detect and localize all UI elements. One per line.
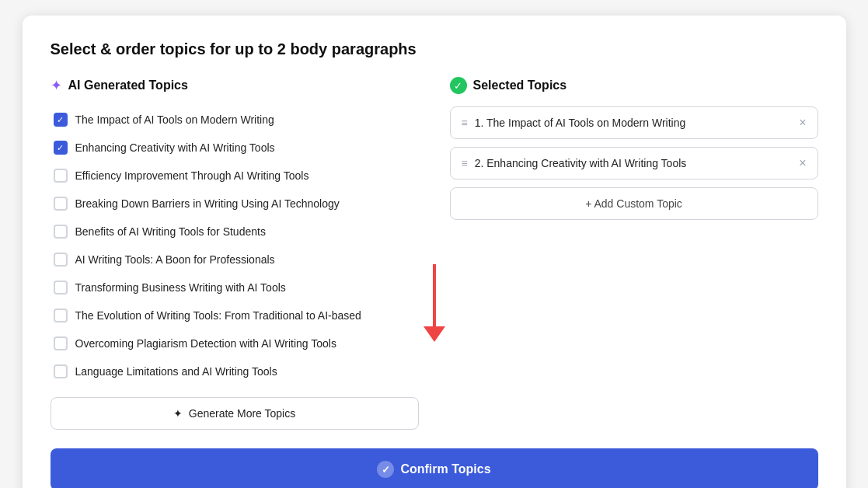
topic-checkbox[interactable] [54,308,68,322]
topic-item[interactable]: The Evolution of Writing Tools: From Tra… [51,302,419,329]
selected-list: ≡1. The Impact of AI Tools on Modern Wri… [450,106,818,180]
topic-text: Language Limitations and AI Writing Tool… [75,365,277,378]
topic-text: Transforming Business Writing with AI To… [75,281,286,294]
selected-item: ≡2. Enhancing Creativity with AI Writing… [450,147,818,180]
topic-text: Overcoming Plagiarism Detection with AI … [75,337,336,350]
topic-checkbox[interactable]: ✓ [54,113,68,127]
topic-text: The Impact of AI Tools on Modern Writing [75,113,274,126]
topic-checkbox[interactable] [54,281,68,295]
footer: ✓ Confirm Topics [51,448,818,488]
topic-item[interactable]: Transforming Business Writing with AI To… [51,274,419,301]
right-column: ✓ Selected Topics ≡1. The Impact of AI T… [450,77,818,430]
generate-more-button[interactable]: ✦ Generate More Topics [51,397,419,430]
selected-item: ≡1. The Impact of AI Tools on Modern Wri… [450,106,818,139]
selected-section-header: ✓ Selected Topics [450,77,818,94]
check-circle-icon: ✓ [450,77,467,94]
topic-item[interactable]: Efficiency Improvement Through AI Writin… [51,162,419,189]
confirm-topics-button[interactable]: ✓ Confirm Topics [51,448,818,488]
topic-checkbox[interactable] [54,364,68,378]
topic-item[interactable]: Breaking Down Barriers in Writing Using … [51,190,419,217]
confirm-label: Confirm Topics [400,462,490,476]
topic-checkbox[interactable] [54,197,68,211]
topic-checkbox[interactable] [54,225,68,239]
arrow-head [424,326,445,342]
topic-text: Benefits of AI Writing Tools for Student… [75,225,266,238]
generate-sparkle-icon: ✦ [173,407,183,420]
topic-checkbox[interactable] [54,169,68,183]
drag-handle-icon[interactable]: ≡ [462,157,467,169]
topic-text: Efficiency Improvement Through AI Writin… [75,169,309,182]
generate-more-label: Generate More Topics [189,407,295,420]
topic-text: The Evolution of Writing Tools: From Tra… [75,309,361,322]
remove-topic-button[interactable]: × [799,117,806,129]
arrow-line [433,264,436,326]
left-column: ✦ AI Generated Topics ✓The Impact of AI … [51,77,419,430]
topic-checkbox[interactable]: ✓ [54,141,68,155]
confirm-check-icon: ✓ [377,461,394,478]
topic-text: Enhancing Creativity with AI Writing Too… [75,141,275,154]
main-card: Select & order topics for up to 2 body p… [23,16,846,488]
ai-sparkle-icon: ✦ [51,77,62,94]
topic-text: AI Writing Tools: A Boon for Professiona… [75,253,275,266]
drag-handle-icon[interactable]: ≡ [462,117,467,129]
remove-topic-button[interactable]: × [799,157,806,169]
ai-section-header: ✦ AI Generated Topics [51,77,419,94]
arrow-indicator [424,264,445,342]
topic-list: ✓The Impact of AI Tools on Modern Writin… [51,106,419,385]
topic-item[interactable]: ✓Enhancing Creativity with AI Writing To… [51,134,419,161]
topic-checkbox[interactable] [54,336,68,350]
add-custom-topic-button[interactable]: + Add Custom Topic [450,187,818,220]
topic-text: Breaking Down Barriers in Writing Using … [75,197,340,210]
selected-section-title: Selected Topics [473,78,567,92]
selected-topic-text: 2. Enhancing Creativity with AI Writing … [475,157,791,169]
topic-item[interactable]: AI Writing Tools: A Boon for Professiona… [51,246,419,273]
topic-checkbox[interactable] [54,253,68,267]
page-title: Select & order topics for up to 2 body p… [51,40,818,58]
ai-section-title: AI Generated Topics [68,78,188,92]
topic-item[interactable]: Benefits of AI Writing Tools for Student… [51,218,419,245]
add-custom-label: + Add Custom Topic [585,197,682,210]
topic-item[interactable]: Language Limitations and AI Writing Tool… [51,358,419,385]
selected-topic-text: 1. The Impact of AI Tools on Modern Writ… [475,117,791,129]
topic-item[interactable]: ✓The Impact of AI Tools on Modern Writin… [51,106,419,133]
topic-item[interactable]: Overcoming Plagiarism Detection with AI … [51,330,419,357]
